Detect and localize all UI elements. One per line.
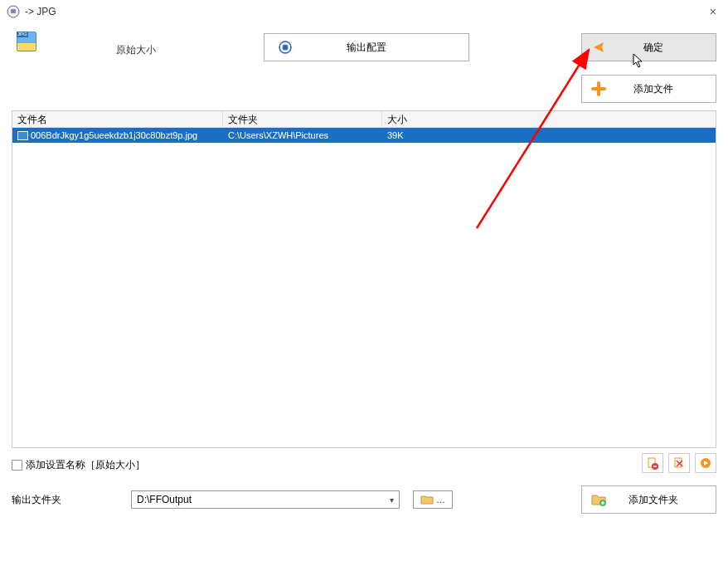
play-icon	[590, 39, 607, 56]
confirm-label: 确定	[607, 41, 716, 55]
table-row[interactable]: 006BdrJkgy1g5ueekdzb1j30c80bzt9p.jpg C:\…	[12, 128, 716, 143]
cursor-icon	[632, 52, 645, 71]
clear-list-button[interactable]	[668, 453, 690, 473]
close-button[interactable]: ×	[705, 3, 721, 20]
right-buttons: 确定 添加文件	[581, 33, 716, 103]
cell-filename: 006BdrJkgy1g5ueekdzb1j30c80bzt9p.jpg	[12, 130, 223, 141]
header-folder[interactable]: 文件夹	[223, 111, 382, 127]
table-header: 文件名 文件夹 大小	[12, 111, 716, 128]
play-preview-button[interactable]	[695, 453, 716, 473]
file-icon	[17, 131, 28, 140]
svg-rect-1	[11, 9, 16, 13]
svg-point-3	[283, 45, 289, 51]
titlebar: -> JPG ×	[0, 0, 728, 23]
folder-icon	[420, 494, 434, 505]
cell-size: 39K	[382, 130, 472, 140]
browse-folder-button[interactable]: …	[413, 490, 453, 509]
chevron-down-icon: ▾	[390, 495, 394, 505]
cell-filename-text: 006BdrJkgy1g5ueekdzb1j30c80bzt9p.jpg	[31, 130, 197, 140]
confirm-button[interactable]: 确定	[581, 33, 716, 61]
jpg-format-icon	[17, 32, 36, 51]
output-config-button[interactable]: 输出配置	[264, 33, 469, 61]
ellipsis-icon: …	[436, 495, 445, 505]
add-settings-checkbox[interactable]	[12, 460, 22, 471]
gear-icon	[278, 40, 293, 55]
app-icon	[7, 5, 20, 18]
small-toolbar-buttons	[642, 453, 716, 473]
bottom-toolbar: 添加设置名称［原始大小］	[0, 448, 728, 472]
add-file-button[interactable]: 添加文件	[581, 75, 716, 103]
add-file-label: 添加文件	[607, 82, 716, 96]
plus-icon	[590, 80, 607, 97]
format-icon-block	[12, 32, 41, 51]
header-size[interactable]: 大小	[382, 111, 472, 127]
output-folder-label: 输出文件夹	[12, 493, 131, 507]
settings-checkbox-line: 添加设置名称［原始大小］	[12, 458, 145, 472]
output-folder-combo[interactable]: D:\FFOutput ▾	[131, 490, 400, 509]
remove-item-button[interactable]	[642, 453, 663, 473]
top-section: 原始大小 输出配置 确定	[0, 23, 728, 110]
header-filename[interactable]: 文件名	[12, 111, 223, 127]
output-config-label: 输出配置	[347, 41, 386, 55]
file-list[interactable]: 文件名 文件夹 大小 006BdrJkgy1g5ueekdzb1j30c80bz…	[12, 110, 716, 448]
original-size-label: 原始大小	[116, 43, 156, 57]
add-folder-button[interactable]: 添加文件夹	[581, 485, 716, 514]
folder-plus-icon	[590, 491, 607, 508]
output-folder-value: D:\FFOutput	[137, 494, 192, 505]
add-settings-label: 添加设置名称［原始大小］	[26, 458, 145, 472]
output-row: 输出文件夹 D:\FFOutput ▾ … 添加文件夹	[0, 472, 728, 509]
cell-folder: C:\Users\XZWH\Pictures	[223, 130, 382, 140]
add-folder-label: 添加文件夹	[607, 493, 716, 507]
window-title: -> JPG	[25, 6, 705, 17]
